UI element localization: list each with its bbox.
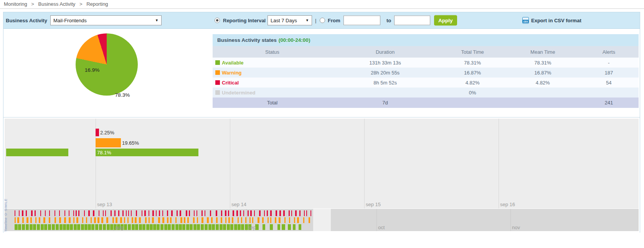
overview-event-tick-critical: [136, 210, 137, 216]
overview-event-tick-available: [33, 224, 36, 230]
reporting-interval-label: Reporting Interval: [223, 18, 266, 23]
overview-event-tick-critical: [131, 210, 132, 216]
states-table-title-text: Business Activity states: [217, 37, 277, 43]
overview-event-tick-available: [91, 224, 94, 230]
reporting-interval-radio[interactable]: [215, 18, 220, 23]
breadcrumb-item-monitoring[interactable]: Monitoring: [4, 1, 27, 7]
overview-event-tick-critical: [306, 210, 307, 216]
overview-event-tick-available: [197, 224, 200, 230]
overview-event-tick-critical: [236, 210, 238, 216]
overview-event-tick-warning: [232, 217, 233, 223]
cell-alerts: 187: [579, 70, 639, 76]
total-label: Total: [213, 100, 332, 106]
overview-month-label: sep: [248, 225, 256, 230]
to-label: to: [386, 18, 391, 23]
overview-event-tick-available: [95, 224, 98, 230]
overview-month-gridline: [510, 209, 511, 231]
overview-event-tick-critical: [122, 210, 124, 216]
overview-event-tick-warning: [221, 217, 222, 223]
overview-event-tick-warning: [180, 217, 182, 223]
overview-event-tick-available: [299, 224, 301, 230]
overview-event-tick-warning: [106, 217, 108, 223]
overview-event-tick-warning: [94, 217, 96, 223]
cell-duration: 8h 5m 52s: [332, 80, 439, 86]
business-activity-label: Business Activity: [6, 18, 47, 23]
overview-event-tick-critical: [228, 210, 229, 216]
overview-event-tick-warning: [268, 217, 269, 223]
export-csv-link[interactable]: csv Export in CSV format: [522, 17, 581, 24]
interval-select[interactable]: Last 7 Days ▼: [268, 15, 312, 25]
timeline-bar-critical: [96, 129, 99, 136]
overview-event-tick-critical: [248, 210, 249, 216]
breadcrumb-item-business-activity[interactable]: Business Activity: [38, 1, 76, 7]
overview-event-tick-critical: [84, 210, 85, 216]
overview-event-tick-warning: [225, 217, 226, 223]
overview-event-tick-available: [48, 224, 51, 230]
overview-event-tick-critical: [88, 210, 90, 216]
breadcrumb-item-reporting[interactable]: Reporting: [86, 1, 108, 7]
overview-event-tick-critical: [114, 210, 116, 216]
overview-event-tick-available: [66, 224, 69, 230]
overview-visible-window: [313, 209, 331, 231]
timeline-overview-band[interactable]: augsepoctnov: [5, 209, 639, 231]
overview-event-tick-critical: [259, 210, 261, 216]
overview-event-tick-warning: [43, 217, 45, 223]
timeline-day-gridline: [364, 119, 365, 208]
overview-event-tick-critical: [59, 210, 60, 216]
overview-event-tick-warning: [120, 217, 122, 223]
overview-event-tick-available: [59, 224, 63, 230]
overview-event-tick-warning: [258, 217, 259, 223]
timeline-main-band[interactable]: sep 13sep 14sep 15sep 162.25%19.65%78.1%: [5, 119, 639, 208]
overview-event-tick-critical: [167, 210, 168, 216]
overview-event-tick-critical: [283, 210, 285, 216]
overview-event-tick-warning: [262, 217, 264, 223]
table-row-available: Available 131h 33m 13s 78.31% 78.31% -: [213, 58, 639, 68]
overview-event-tick-critical: [156, 210, 157, 216]
overview-event-tick-warning: [228, 217, 230, 223]
overview-event-tick-available: [150, 224, 153, 230]
timeline-day-label: sep 13: [97, 202, 112, 207]
apply-button[interactable]: Apply: [434, 15, 457, 26]
overview-event-tick-critical: [267, 210, 268, 216]
overview-event-tick-available: [146, 224, 149, 230]
overview-event-tick-warning: [139, 217, 141, 223]
overview-event-tick-available: [216, 224, 219, 230]
overview-month-label: nov: [512, 225, 520, 230]
overview-event-tick-warning: [170, 217, 172, 223]
overview-event-tick-warning: [17, 217, 19, 223]
to-date-input[interactable]: [394, 16, 430, 25]
overview-event-tick-warning: [64, 217, 66, 223]
overview-event-tick-available: [288, 224, 291, 230]
overview-event-tick-available: [41, 224, 44, 230]
business-activity-select-value: Mail-Frontends: [53, 18, 87, 23]
col-status: Status: [213, 49, 332, 55]
export-csv-label: Export in CSV format: [531, 18, 581, 23]
overview-event-tick-critical: [304, 210, 305, 216]
overview-event-tick-critical: [105, 210, 106, 216]
overview-event-tick-available: [186, 224, 189, 230]
overview-event-tick-warning: [193, 217, 195, 223]
overview-event-tick-critical: [186, 210, 187, 216]
overview-event-tick-critical: [194, 210, 195, 216]
overview-event-tick-critical: [180, 210, 181, 216]
overview-month-label: aug: [115, 225, 124, 230]
overview-event-tick-critical: [216, 210, 217, 216]
timeline-bar-warning: [96, 138, 121, 147]
overview-event-tick-available: [70, 224, 73, 230]
overview-event-tick-critical: [35, 210, 36, 216]
overview-event-tick-available: [179, 224, 182, 230]
filter-toolbar: Business Activity Mail-Frontends ▼ Repor…: [3, 12, 640, 29]
overview-event-tick-warning: [82, 217, 83, 223]
custom-range-radio[interactable]: [320, 18, 325, 23]
overview-event-tick-warning: [201, 217, 203, 223]
overview-event-tick-critical: [177, 210, 178, 216]
cell-alerts: -: [579, 60, 639, 66]
overview-event-tick-warning: [197, 217, 198, 223]
overview-event-tick-critical: [40, 210, 41, 216]
total-duration: 7d: [332, 100, 439, 106]
business-activity-select[interactable]: Mail-Frontends ▼: [50, 15, 162, 25]
overview-event-tick-critical: [19, 210, 20, 216]
overview-event-tick-warning: [30, 217, 32, 223]
overview-event-tick-available: [18, 224, 21, 230]
from-date-input[interactable]: [343, 16, 380, 25]
